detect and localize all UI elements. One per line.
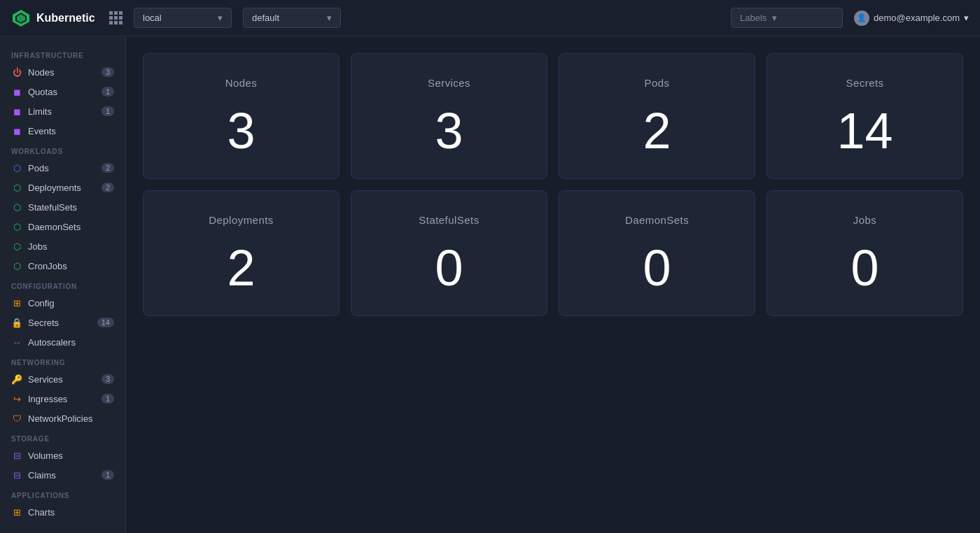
quotas-icon: ◼: [11, 86, 22, 97]
autoscalers-icon: ↔: [11, 336, 22, 348]
sidebar-label-networkpolicies: NetworkPolicies: [28, 413, 114, 424]
sidebar-label-secrets: Secrets: [28, 318, 92, 328]
card-count-statefulsets: 0: [435, 243, 463, 293]
user-email: demo@example.com: [874, 13, 960, 23]
sidebar-label-services: Services: [28, 374, 96, 385]
card-jobs[interactable]: Jobs0: [766, 190, 963, 316]
networkpolicies-icon: 🛡: [11, 413, 22, 424]
card-statefulsets[interactable]: StatefulSets0: [351, 190, 547, 316]
sidebar-item-networkpolicies[interactable]: 🛡NetworkPolicies: [0, 408, 125, 428]
sidebar-item-nodes[interactable]: ⏻Nodes3: [0, 62, 125, 82]
sidebar-item-charts[interactable]: ⊞Charts: [0, 502, 125, 522]
card-nodes[interactable]: Nodes3: [143, 53, 340, 179]
sidebar-item-jobs[interactable]: ⬡Jobs: [0, 236, 125, 256]
sidebar-badge-claims: 1: [102, 470, 114, 480]
user-menu[interactable]: 👤 demo@example.com ▾: [854, 10, 969, 26]
app-title: Kubernetic: [36, 12, 95, 24]
sidebar-label-pods: Pods: [28, 163, 96, 173]
namespace-dropdown[interactable]: default ▾: [243, 8, 341, 28]
sidebar-item-limits[interactable]: ◼Limits1: [0, 101, 125, 121]
sidebar-label-config: Config: [28, 298, 114, 308]
card-title-nodes: Nodes: [225, 77, 258, 89]
sidebar-item-daemonsets[interactable]: ⬡DaemonSets: [0, 217, 125, 236]
sidebar-label-cronjobs: CronJobs: [28, 261, 114, 271]
statefulsets-icon: ⬡: [11, 201, 22, 213]
card-title-daemonsets: DaemonSets: [625, 214, 689, 226]
charts-icon: ⊞: [11, 506, 22, 518]
sidebar-label-ingresses: Ingresses: [28, 394, 96, 404]
sidebar-label-claims: Claims: [28, 470, 96, 481]
sidebar-badge-nodes: 3: [102, 67, 114, 77]
sidebar-label-quotas: Quotas: [28, 87, 96, 97]
cluster-chevron-icon: ▾: [218, 13, 223, 23]
card-title-jobs: Jobs: [853, 214, 877, 226]
card-count-nodes: 3: [227, 106, 255, 156]
card-count-jobs: 0: [850, 243, 878, 293]
sidebar-label-volumes: Volumes: [28, 450, 114, 461]
sidebar-item-deployments[interactable]: ⬡Deployments2: [0, 178, 125, 197]
sidebar-label-charts: Charts: [28, 507, 114, 518]
sidebar-section-configuration: CONFIGURATION: [0, 276, 125, 293]
pods-icon: ⬡: [11, 162, 22, 173]
sidebar-badge-secrets: 14: [97, 318, 114, 327]
sidebar-item-config[interactable]: ⊞Config: [0, 293, 125, 313]
deployments-icon: ⬡: [11, 182, 22, 193]
card-secrets[interactable]: Secrets14: [766, 53, 963, 179]
sidebar-section-applications: APPLICATIONS: [0, 485, 125, 502]
logo-icon: [11, 8, 31, 28]
cluster-dropdown[interactable]: local ▾: [134, 8, 232, 28]
label-filter-dropdown[interactable]: Labels ▾: [731, 8, 843, 28]
sidebar-section-infrastructure: INFRASTRUCTURE: [0, 45, 125, 62]
logo-area: Kubernetic: [11, 8, 95, 28]
sidebar-label-nodes: Nodes: [28, 67, 96, 78]
sidebar-item-volumes[interactable]: ⊟Volumes: [0, 446, 125, 465]
claims-icon: ⊟: [11, 469, 22, 481]
sidebar-label-autoscalers: Autoscalers: [28, 337, 114, 348]
user-avatar: 👤: [854, 10, 869, 26]
sidebar-item-pods[interactable]: ⬡Pods2: [0, 158, 125, 178]
namespace-value: default: [252, 13, 279, 23]
card-daemonsets[interactable]: DaemonSets0: [559, 190, 755, 316]
sidebar-label-limits: Limits: [28, 106, 96, 117]
dashboard-row-1: Nodes3Services3Pods2Secrets14: [143, 53, 963, 179]
topbar: Kubernetic local ▾ default ▾ Labels ▾ 👤 …: [0, 0, 980, 36]
sidebar-item-autoscalers[interactable]: ↔Autoscalers: [0, 332, 125, 352]
sidebar-item-statefulsets[interactable]: ⬡StatefulSets: [0, 197, 125, 217]
volumes-icon: ⊟: [11, 450, 22, 461]
card-title-services: Services: [428, 77, 470, 89]
card-pods[interactable]: Pods2: [559, 53, 755, 179]
sidebar-item-services[interactable]: 🔑Services3: [0, 369, 125, 389]
nodes-icon: ⏻: [11, 66, 22, 78]
card-title-pods: Pods: [645, 77, 670, 89]
sidebar-section-workloads: WORKLOADS: [0, 141, 125, 158]
label-chevron-icon: ▾: [772, 13, 777, 23]
card-count-deployments: 2: [227, 243, 255, 293]
sidebar: INFRASTRUCTURE⏻Nodes3◼Quotas1◼Limits1◼Ev…: [0, 36, 126, 533]
main-content: Nodes3Services3Pods2Secrets14 Deployment…: [126, 36, 980, 533]
grid-menu-icon[interactable]: [109, 11, 122, 24]
card-services[interactable]: Services3: [351, 53, 547, 179]
card-deployments[interactable]: Deployments2: [143, 190, 340, 316]
sidebar-item-quotas[interactable]: ◼Quotas1: [0, 82, 125, 101]
card-count-daemonsets: 0: [643, 243, 671, 293]
namespace-chevron-icon: ▾: [327, 13, 332, 23]
events-icon: ◼: [11, 125, 22, 136]
sidebar-badge-deployments: 2: [102, 183, 114, 192]
sidebar-item-secrets[interactable]: 🔒Secrets14: [0, 313, 125, 332]
layout: INFRASTRUCTURE⏻Nodes3◼Quotas1◼Limits1◼Ev…: [0, 36, 980, 533]
sidebar-item-ingresses[interactable]: ↪Ingresses1: [0, 389, 125, 408]
sidebar-label-daemonsets: DaemonSets: [28, 222, 114, 232]
sidebar-label-deployments: Deployments: [28, 183, 96, 193]
dashboard-row-2: Deployments2StatefulSets0DaemonSets0Jobs…: [143, 190, 963, 316]
sidebar-badge-pods: 2: [102, 163, 114, 173]
card-count-pods: 2: [643, 106, 671, 156]
sidebar-label-jobs: Jobs: [28, 241, 114, 252]
sidebar-badge-services: 3: [102, 374, 114, 384]
sidebar-item-events[interactable]: ◼Events: [0, 121, 125, 141]
sidebar-section-storage: STORAGE: [0, 428, 125, 446]
cluster-value: local: [143, 13, 162, 23]
label-filter-placeholder: Labels: [740, 13, 766, 23]
card-title-deployments: Deployments: [209, 214, 274, 226]
sidebar-item-claims[interactable]: ⊟Claims1: [0, 465, 125, 485]
sidebar-item-cronjobs[interactable]: ⬡CronJobs: [0, 256, 125, 276]
